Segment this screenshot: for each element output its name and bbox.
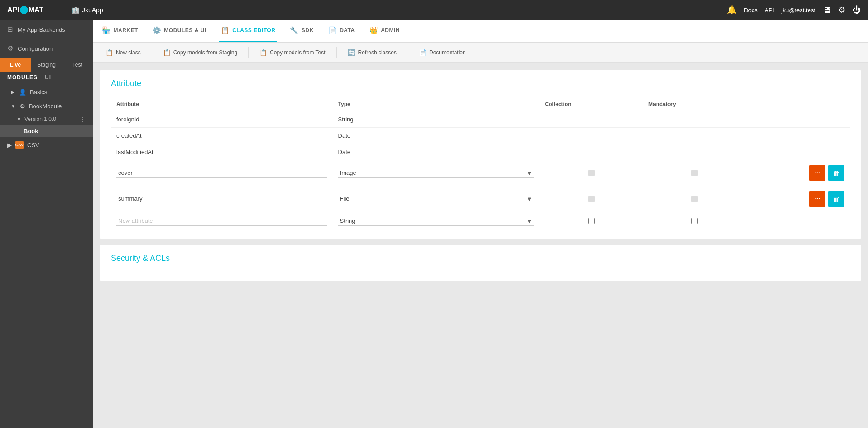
copy-test-button[interactable]: 📋 Copy models from Test: [254, 46, 331, 59]
logo: API MAT: [7, 3, 57, 17]
summary-more-button[interactable]: ···: [809, 191, 825, 207]
type-cover-select[interactable]: Image String Date File: [338, 168, 534, 178]
collection-new-checkbox[interactable]: [588, 218, 595, 224]
table-row: createdAt Date: [111, 128, 850, 144]
admin-label: ADMIN: [381, 27, 400, 34]
screen-icon[interactable]: 🖥: [823, 5, 831, 15]
refresh-classes-button[interactable]: 🔄 Refresh classes: [342, 46, 402, 59]
attr-lastmodifiedat: lastModifiedAt: [111, 144, 333, 160]
csv-icon: CSV: [15, 141, 24, 149]
admin-icon: 👑: [369, 26, 379, 34]
sidebar-item-csv[interactable]: ▶ CSV CSV: [0, 137, 93, 153]
toolbar-separator-4: [408, 47, 408, 58]
nav-item-data[interactable]: 📄 DATA: [326, 20, 357, 42]
type-createdat: Date: [333, 128, 540, 144]
modules-ui-icon: ⚙️: [153, 26, 162, 34]
class-editor-icon: 📋: [221, 26, 230, 34]
summary-action-btns: ··· 🗑: [752, 191, 844, 207]
docs-link[interactable]: Docs: [744, 7, 758, 14]
sdk-icon: 🔧: [290, 26, 299, 34]
version-label: Version 1.0.0: [24, 116, 56, 122]
nav-bar: 🏪 MARKET ⚙️ MODULES & UI 📋 CLASS EDITOR …: [93, 20, 868, 43]
nav-item-market[interactable]: 🏪 MARKET: [100, 20, 140, 42]
mandatory-summary-cell: [648, 196, 741, 202]
app-icon: 🏢: [72, 6, 79, 14]
documentation-button[interactable]: 📄 Documentation: [413, 46, 471, 59]
copy-test-label: Copy models from Test: [270, 49, 326, 56]
new-attribute-input[interactable]: [116, 216, 327, 226]
nav-item-class-editor[interactable]: 📋 CLASS EDITOR: [219, 20, 278, 42]
cog-icon: ⚙: [20, 103, 25, 110]
settings-icon[interactable]: ⚙: [838, 5, 845, 15]
notification-icon[interactable]: 🔔: [727, 5, 737, 15]
env-tab-test[interactable]: Test: [62, 58, 93, 72]
api-link[interactable]: API: [765, 7, 774, 14]
cover-delete-button[interactable]: 🗑: [828, 165, 844, 181]
type-summary-select[interactable]: File String Date Image: [338, 194, 534, 203]
config-icon: ⚙: [7, 44, 13, 53]
table-row: foreignId String: [111, 111, 850, 128]
copy-test-icon: 📋: [259, 49, 267, 56]
power-icon[interactable]: ⏻: [853, 5, 861, 15]
sidebar-item-configuration[interactable]: ⚙ Configuration: [0, 39, 93, 58]
sdk-label: SDK: [302, 27, 314, 34]
type-new-select[interactable]: String Date Image File: [338, 216, 534, 226]
summary-delete-button[interactable]: 🗑: [828, 191, 844, 207]
attribute-table: Attribute Type Collection Mandatory fore…: [111, 97, 850, 230]
sidebar-item-book[interactable]: Book: [0, 125, 93, 137]
cover-more-button[interactable]: ···: [809, 165, 825, 181]
nav-item-modules-ui[interactable]: ⚙️ MODULES & UI: [151, 20, 208, 42]
sidebar-item-bookmodule[interactable]: ▼ ⚙ BookModule: [0, 99, 93, 113]
cover-action-btns: ··· 🗑: [752, 165, 844, 181]
csv-label: CSV: [27, 142, 39, 149]
env-tab-staging[interactable]: Staging: [31, 58, 62, 72]
copy-staging-button[interactable]: 📋 Copy models from Staging: [158, 46, 243, 59]
sidebar-item-my-app-backends[interactable]: ⊞ My App-Backends: [0, 20, 93, 39]
table-row-new: String Date Image File ▼: [111, 212, 850, 231]
toolbar: 📋 New class 📋 Copy models from Staging 📋…: [93, 43, 868, 63]
person-icon: 👤: [19, 89, 26, 96]
new-class-label: New class: [116, 49, 141, 56]
table-row: lastModifiedAt Date: [111, 144, 850, 160]
top-bar: API MAT 🏢 JkuApp 🔔 Docs API jku@test.tes…: [0, 0, 868, 20]
nav-item-admin[interactable]: 👑 ADMIN: [368, 20, 402, 42]
collection-cover-cell: [545, 170, 638, 176]
right-content: 🏪 MARKET ⚙️ MODULES & UI 📋 CLASS EDITOR …: [93, 20, 868, 428]
collection-cover-checkbox: [588, 170, 595, 176]
app-name: JkuApp: [82, 6, 103, 14]
refresh-label: Refresh classes: [358, 49, 397, 56]
app-title-bar: 🏢 JkuApp: [72, 6, 103, 14]
type-new-wrapper: String Date Image File ▼: [338, 216, 534, 226]
more-icon[interactable]: ⋮: [80, 116, 86, 122]
chevron-right-csv-icon: ▶: [7, 142, 12, 149]
modules-tab[interactable]: MODULES: [7, 74, 38, 82]
attr-cover-input[interactable]: [116, 168, 327, 178]
book-label: Book: [24, 128, 38, 135]
modules-ui-label: MODULES & UI: [164, 27, 206, 34]
ui-tab[interactable]: UI: [45, 74, 51, 82]
attribute-card-title: Attribute: [111, 79, 850, 88]
bookmodule-label: BookModule: [29, 103, 62, 110]
market-label: MARKET: [114, 27, 138, 34]
table-row: File String Date Image ▼: [111, 186, 850, 212]
new-class-button[interactable]: 📋 New class: [100, 46, 146, 59]
class-editor-label: CLASS EDITOR: [232, 27, 275, 34]
grid-icon: ⊞: [7, 25, 13, 34]
collection-summary-cell: [545, 196, 638, 202]
col-header-collection: Collection: [540, 97, 643, 111]
attr-summary-input[interactable]: [116, 194, 327, 203]
nav-item-sdk[interactable]: 🔧 SDK: [288, 20, 315, 42]
col-header-attribute: Attribute: [111, 97, 333, 111]
chevron-right-icon: ▶: [11, 90, 14, 95]
basics-label: Basics: [30, 89, 47, 96]
chevron-down-small-icon: ▼: [16, 116, 22, 122]
mandatory-cover-checkbox: [691, 170, 698, 176]
sidebar-item-basics[interactable]: ▶ 👤 Basics: [0, 85, 93, 99]
mandatory-new-checkbox[interactable]: [691, 218, 698, 224]
type-lastmodifiedat: Date: [333, 144, 540, 160]
env-tab-live[interactable]: Live: [0, 58, 31, 72]
mandatory-cover-cell: [648, 170, 741, 176]
sidebar-version[interactable]: ▼ Version 1.0.0 ⋮: [0, 113, 93, 125]
user-email[interactable]: jku@test.test: [782, 7, 815, 14]
mandatory-new-cell: [648, 218, 741, 224]
